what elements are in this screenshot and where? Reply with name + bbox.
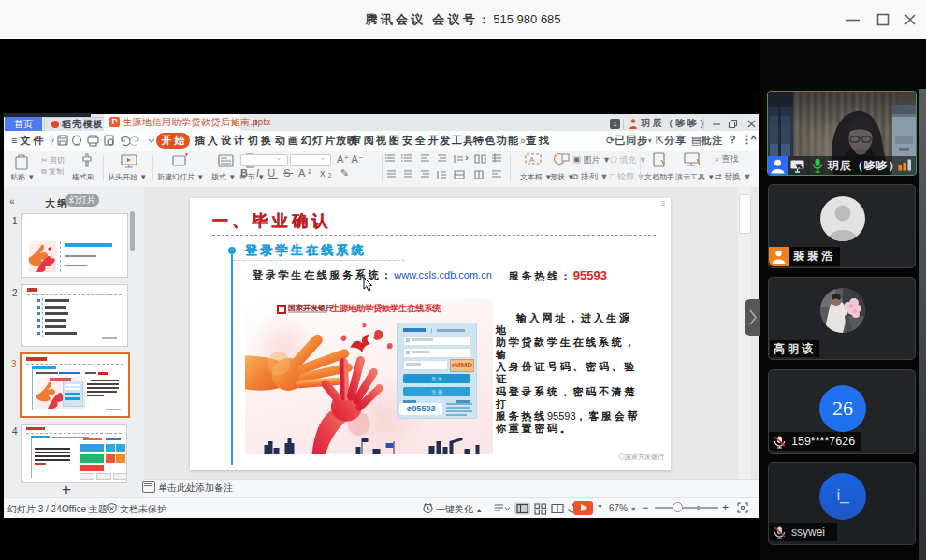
- svg-text:A: A: [529, 155, 535, 164]
